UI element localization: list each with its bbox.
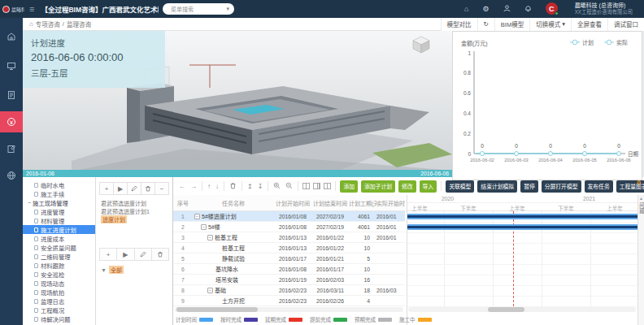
- pause-button[interactable]: 暂停: [520, 180, 538, 193]
- layout-right-button[interactable]: [324, 183, 331, 189]
- tree-item[interactable]: 材料管理: [23, 216, 95, 225]
- publish-task-button[interactable]: 发布任务: [585, 180, 613, 193]
- gantt-bar-task-2[interactable]: [407, 224, 637, 230]
- refresh-button[interactable]: ↻: [477, 18, 494, 31]
- move-left-icon[interactable]: ←: [179, 183, 185, 190]
- user-avatar[interactable]: C: [546, 2, 558, 15]
- data-point[interactable]: [617, 152, 621, 156]
- tree-item[interactable]: 工程概况: [23, 306, 95, 314]
- tree-item[interactable]: 二维码管理: [23, 252, 95, 261]
- sidebar-item-cost-active[interactable]: [0, 111, 23, 132]
- collapse-icon[interactable]: −: [207, 288, 213, 293]
- chart-legend-item-actual[interactable]: 实际: [604, 39, 628, 46]
- debug-window-button[interactable]: 调试窗口: [607, 18, 644, 31]
- split-open-model-button[interactable]: 分屏打开模型: [542, 180, 581, 193]
- table-row[interactable]: 5 静载试验 2016/01/172016/01/21 5: [173, 254, 405, 264]
- expand-all-icon[interactable]: ↥: [247, 183, 253, 190]
- fullscreen-button[interactable]: 全屏查看: [571, 18, 607, 31]
- edit-plan-button[interactable]: [128, 183, 141, 194]
- sidebar-item-globe[interactable]: [0, 165, 23, 186]
- edit-button[interactable]: [135, 249, 152, 260]
- tree-item[interactable]: 临时水电: [23, 180, 95, 189]
- tree-item[interactable]: 现场航拍: [23, 288, 95, 297]
- move-right-icon[interactable]: →: [190, 183, 197, 190]
- data-point[interactable]: [481, 152, 485, 156]
- delete-plan-button[interactable]: [141, 183, 155, 194]
- tree-item[interactable]: 安全巡检: [23, 270, 95, 279]
- table-row[interactable]: 3 −桩基工程 2016/01/132016/01/22 102016/01: [173, 232, 405, 243]
- user-icon[interactable]: [503, 5, 511, 12]
- add-button[interactable]: +: [100, 249, 117, 260]
- tree-item[interactable]: 施工手续: [23, 189, 95, 198]
- add-task-button[interactable]: 添加: [340, 180, 358, 193]
- breadcrumb-home-icon[interactable]: ⌂: [29, 20, 33, 28]
- plan-item[interactable]: 君武预选进度计划1: [96, 207, 172, 215]
- table-row[interactable]: 1 −5#楼进度计划 2016/01/082027/02/19 40612016…: [173, 211, 405, 222]
- zoom-out-button[interactable]: [285, 182, 293, 191]
- bim-model-button[interactable]: BIM模型: [494, 18, 529, 31]
- remove-plan-button[interactable]: −: [155, 183, 169, 194]
- end-simulation-button[interactable]: 结束计划模拟: [477, 180, 517, 193]
- modify-task-button[interactable]: 修改: [398, 180, 416, 193]
- user-info[interactable]: 晨曦科技 (总咨询师) XX工程造价咨询有限公司: [575, 2, 636, 16]
- data-point[interactable]: [583, 152, 587, 156]
- tree-group[interactable]: −施工现场管理: [23, 198, 95, 207]
- collapse-icon[interactable]: −: [201, 224, 207, 230]
- run-button[interactable]: ▶: [117, 249, 134, 260]
- switch-mode-button[interactable]: 切换模式 ▾: [529, 18, 571, 31]
- data-point[interactable]: [515, 152, 519, 156]
- add-plan-button[interactable]: +: [100, 183, 114, 194]
- add-subtask-button[interactable]: 添加子计划: [361, 180, 395, 193]
- tree-item[interactable]: 材料跟踪: [23, 261, 95, 270]
- delete-task-button[interactable]: [229, 182, 237, 191]
- run-plan-button[interactable]: ▶: [114, 183, 128, 194]
- move-down-icon[interactable]: ↓: [215, 183, 219, 190]
- tree-item[interactable]: 现场动态: [23, 279, 95, 288]
- plan-item[interactable]: 君武预选进度计划: [96, 199, 172, 207]
- sidebar-item-document[interactable]: [0, 84, 23, 106]
- gantt-chart[interactable]: 2020 2021 上半年 下半年 上半年 下半年 上半年: [407, 195, 637, 325]
- sidebar-item-notes[interactable]: [0, 138, 23, 159]
- search-input[interactable]: 菜单搜索 ▾: [163, 3, 234, 15]
- scroll-up-icon[interactable]: ▲: [638, 195, 644, 202]
- gear-icon[interactable]: ⚙: [483, 5, 490, 13]
- gantt-bar-task-1[interactable]: [407, 214, 637, 219]
- breadcrumb-section[interactable]: 专项咨询: [36, 20, 60, 28]
- data-point[interactable]: [549, 152, 553, 156]
- simulation-timeline-slider[interactable]: 2016-01-08 2016-06-06: [23, 170, 452, 177]
- tree-item[interactable]: 进度管理: [23, 207, 95, 216]
- import-button[interactable]: 导入: [420, 180, 437, 193]
- table-row[interactable]: 9 土方开挖 2016/02/232016/02/26 4: [173, 296, 405, 306]
- home-icon[interactable]: ⌂: [464, 5, 468, 13]
- scrollbar-thumb[interactable]: [488, 307, 524, 312]
- table-row[interactable]: 8 −基础 2016/02/232016/03/11 182016/03: [173, 285, 405, 296]
- table-row[interactable]: 6 基坑降水 2016/01/082016/01/17 10: [173, 264, 405, 275]
- sidebar-item-home[interactable]: [0, 26, 23, 47]
- view-cube[interactable]: [411, 35, 431, 58]
- plan-filter[interactable]: ▼ 全部: [101, 266, 172, 274]
- model-compare-button[interactable]: 模型对比: [441, 18, 477, 31]
- collapse-all-icon[interactable]: ↧: [258, 183, 263, 190]
- tree-item[interactable]: 监理日志: [23, 297, 95, 306]
- layout-left-button[interactable]: [302, 183, 310, 189]
- app-logo[interactable]: 晨曦科技: [0, 6, 24, 13]
- scrollbar-thumb[interactable]: [176, 307, 258, 312]
- model-viewport[interactable]: 计划进度 2016-06-06 0:00:00 三层-五层 2016-01-08…: [23, 31, 452, 177]
- menu-toggle-icon[interactable]: ≡: [29, 4, 34, 14]
- tree-item[interactable]: 待解决问题: [23, 314, 95, 323]
- layout-split-button[interactable]: [313, 183, 320, 189]
- bell-icon[interactable]: [524, 5, 532, 12]
- chart-legend-item-plan[interactable]: 计划: [570, 39, 594, 46]
- table-row[interactable]: 4 桩基工程 2016/01/132016/01/22 10: [173, 243, 405, 254]
- delete-button[interactable]: [152, 249, 169, 260]
- tree-item-selected[interactable]: 施工进度计划: [23, 225, 95, 234]
- issues-side-tab[interactable]: ▲ 问题: [637, 195, 644, 325]
- gantt-horizontal-scrollbar[interactable]: [408, 307, 636, 312]
- sidebar-item-monitor[interactable]: [0, 55, 23, 76]
- tree-item[interactable]: 进度成本: [23, 234, 95, 243]
- plan-item-selected[interactable]: 进度计划: [96, 215, 172, 223]
- collapse-icon[interactable]: −: [194, 214, 200, 219]
- table-row[interactable]: 2 −5#楼 2016/01/082027/02/19 40612016/01: [173, 222, 405, 232]
- table-horizontal-scrollbar[interactable]: [175, 307, 403, 312]
- zoom-in-button[interactable]: [273, 182, 281, 191]
